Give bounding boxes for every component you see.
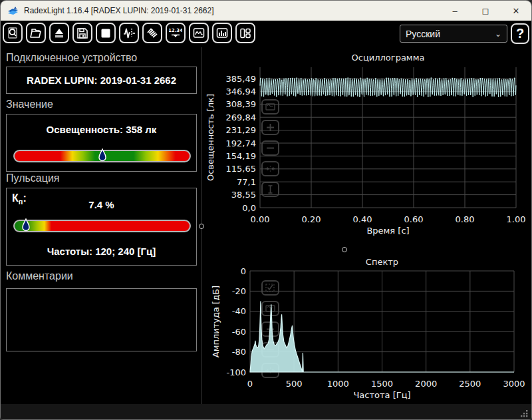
- toolbar-stop-button[interactable]: [96, 23, 116, 43]
- vertical-splitter-grip[interactable]: [199, 224, 204, 229]
- x-tick-label: 0.60: [404, 214, 424, 224]
- illuminance-marker: [98, 148, 107, 162]
- x-axis-label: Время [с]: [366, 226, 409, 236]
- x-tick-label: 1000: [327, 379, 349, 389]
- y-tick-label: 231,29: [226, 125, 257, 135]
- y-tick-label: 0,0: [242, 203, 256, 213]
- digits-icon: 12.34: [169, 27, 182, 40]
- panels-icon: [239, 27, 252, 40]
- oscillogram-waveform: [260, 78, 516, 97]
- pulsation-marker: [21, 218, 31, 232]
- toolbar-spectrum-view-button[interactable]: [212, 23, 232, 43]
- bar-chart-icon: [215, 27, 229, 40]
- y-tick-label: -100: [226, 367, 246, 377]
- comments-input[interactable]: [7, 289, 196, 351]
- y-axis-label: Освещенность [лк]: [205, 94, 215, 181]
- eject-icon: [53, 27, 66, 40]
- toolbar-numeric-display-button[interactable]: 12.34: [166, 23, 186, 43]
- toolbar-buttons: 12.34: [3, 23, 255, 43]
- floppy-icon: [76, 27, 89, 40]
- toolbar-open-file-button[interactable]: [26, 23, 46, 43]
- y-tick-label: 346,94: [226, 87, 257, 97]
- chart-title: Спектр: [366, 257, 398, 267]
- x-tick-label: 0.20: [302, 214, 321, 224]
- x-tick-label: 2000: [415, 379, 437, 389]
- window-title: RadexLight 1.16.4 [RADEX LUPIN: 2019-01-…: [24, 6, 214, 15]
- svg-text:12.34: 12.34: [169, 28, 182, 33]
- y-tick-label: -80: [232, 347, 246, 357]
- toolbar-clear-sweep-button[interactable]: [142, 23, 162, 43]
- y-tick-label: 385,49: [226, 74, 257, 84]
- y-tick-label: 269,84: [226, 112, 257, 122]
- toolbar-report-preview-button[interactable]: [3, 23, 23, 43]
- comments-box: [6, 288, 197, 351]
- language-value: Русский: [406, 29, 440, 39]
- value-section-header: Значение: [6, 99, 53, 110]
- y-tick-label: -60: [232, 327, 246, 337]
- status-bar: [1, 404, 531, 420]
- y-axis-label: Амплитуда [дБ]: [211, 286, 221, 357]
- x-axis-label: Частота [Гц]: [353, 390, 410, 400]
- oscillogram-chart[interactable]: 385,49346,94308,39269,84231,29192,74154,…: [204, 51, 527, 252]
- y-tick-label: 38,55: [231, 190, 256, 200]
- pulsation-section-header: Пульсация: [6, 172, 59, 184]
- spectrum-chart[interactable]: 0-20-40-60-80-10005001000150020002500300…: [204, 256, 527, 404]
- toolbar-oscillogram-view-button[interactable]: [189, 23, 209, 43]
- y-tick-label: 77,1: [237, 177, 256, 187]
- x-tick-label: 2500: [459, 379, 481, 389]
- pulsation-box: Кп: 7.4 % Частоты: 120; 240 [Гц]: [6, 188, 197, 266]
- titlebar[interactable]: RadexLight 1.16.4 [RADEX LUPIN: 2019-01-…: [1, 1, 531, 21]
- toolbar-layout-view-button[interactable]: [235, 23, 255, 43]
- illuminance-reading: Освещенность: 358 лк: [7, 124, 196, 135]
- app-icon: [7, 5, 19, 17]
- language-select[interactable]: Русский ⌄: [400, 25, 507, 43]
- toolbar-read-device-button[interactable]: [49, 23, 69, 43]
- illuminance-scale-bar: [13, 150, 191, 162]
- chart-title: Осциллограмма: [352, 53, 425, 63]
- y-tick-label: 0: [241, 266, 246, 276]
- x-tick-label: 1.00: [507, 214, 526, 224]
- x-tick-label: 0.00: [251, 214, 270, 224]
- toolbar-pulsation-mode-button[interactable]: [119, 23, 139, 43]
- pulse-wave-icon: [122, 27, 136, 40]
- device-name: RADEX LUPIN: 2019-01-31 2662: [27, 75, 176, 86]
- app-window: RadexLight 1.16.4 [RADEX LUPIN: 2019-01-…: [0, 0, 532, 420]
- y-tick-label: 192,74: [226, 138, 257, 148]
- chevron-down-icon: ⌄: [495, 29, 501, 39]
- sweep-icon: [146, 27, 159, 40]
- stop-square-icon: [99, 27, 112, 40]
- x-tick-label: 0.80: [456, 214, 475, 224]
- kp-value: 7.4 %: [7, 199, 196, 210]
- device-section-header: Подключенное устройство: [6, 52, 137, 64]
- x-tick-label: 0.40: [353, 214, 372, 224]
- y-tick-label: 154,19: [226, 151, 257, 161]
- help-button[interactable]: ?: [511, 23, 529, 44]
- toolbar: 12.34 Русский ⌄ ?: [1, 21, 531, 47]
- open-folder-icon: [29, 27, 43, 40]
- x-tick-label: 0: [247, 379, 253, 389]
- y-tick-label: -40: [232, 306, 246, 316]
- pulsation-scale-bar: [13, 220, 191, 232]
- magnifier-document-icon: [6, 27, 19, 40]
- value-box: Освещенность: 358 лк: [6, 114, 197, 172]
- toolbar-save-file-button[interactable]: [72, 23, 92, 43]
- y-tick-label: 115,65: [226, 164, 257, 174]
- maximize-button[interactable]: ◻: [470, 1, 501, 21]
- wave-chart-icon: [192, 27, 205, 40]
- x-tick-label: 500: [286, 379, 303, 389]
- frequencies-text: Частоты: 120; 240 [Гц]: [7, 246, 196, 257]
- x-tick-label: 3000: [503, 379, 525, 389]
- y-tick-label: -20: [232, 286, 246, 296]
- x-tick-label: 1500: [371, 379, 393, 389]
- close-button[interactable]: ✕: [501, 1, 531, 21]
- comments-section-header: Комментарии: [6, 270, 73, 282]
- resize-grip[interactable]: [519, 409, 529, 418]
- y-tick-label: 308,39: [226, 99, 257, 109]
- minimize-button[interactable]: –: [440, 1, 470, 21]
- connected-device-box: RADEX LUPIN: 2019-01-31 2662: [6, 67, 197, 94]
